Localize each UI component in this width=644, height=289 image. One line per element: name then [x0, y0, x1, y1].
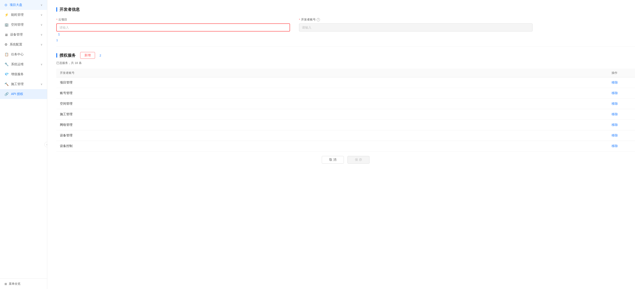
menu-overview-icon: ⊞ — [4, 282, 7, 286]
main-content: 开发者信息 * 云项目 1 * 开发者账号 ? 1 授权服务 — [47, 0, 644, 289]
table-row: 空间管理移除 — [56, 98, 635, 109]
sidebar-label-sysops: 系统运维 — [11, 62, 24, 66]
developer-info-form-row: * 云项目 1 * 开发者账号 ? — [56, 18, 635, 36]
developer-info-title-text: 开发者信息 — [60, 7, 80, 12]
service-action-cell: 移除 — [608, 130, 635, 141]
remove-service-button[interactable]: 移除 — [612, 123, 618, 127]
remove-service-button[interactable]: 移除 — [612, 80, 618, 85]
cloud-project-input[interactable] — [56, 24, 290, 32]
sidebar-item-energy[interactable]: ⚡ 能耗管理 ∨ — [0, 10, 47, 20]
service-name: 施工管理 — [56, 109, 608, 120]
sidebar-item-sysops[interactable]: 🔧 系统运维 ∨ — [0, 60, 47, 69]
service-action-cell: 移除 — [608, 88, 635, 98]
cloud-project-label: * 云项目 — [56, 18, 290, 22]
device-icon: 🖥 — [4, 33, 8, 37]
sidebar-label-energy: 能耗管理 — [11, 13, 24, 17]
service-action-cell: 移除 — [608, 98, 635, 109]
service-name: 设备管理 — [56, 130, 608, 141]
sidebar-item-device[interactable]: 🖥 设备管理 ∨ — [0, 30, 47, 40]
service-name: 账号管理 — [56, 88, 608, 98]
save-button[interactable]: 保 存 — [348, 156, 370, 164]
api-icon: 🔗 — [4, 92, 9, 96]
step2-label: 2 — [100, 54, 101, 57]
table-row: 项目管理移除 — [56, 78, 635, 88]
auth-service-header: 授权服务 新增 2 — [56, 52, 635, 59]
chevron-dashboard: ∨ — [40, 4, 42, 6]
sidebar: ⊙ 项目大盘 ∨ ⚡ 能耗管理 ∨ 🏢 空间管理 ∨ 🖥 设备管理 ∨ ⚙ 系统… — [0, 0, 47, 289]
chevron-energy: ∨ — [40, 13, 42, 16]
table-row: 施工管理移除 — [56, 109, 635, 120]
footer-buttons: 取 消 保 存 — [56, 152, 635, 170]
service-name: 项目管理 — [56, 78, 608, 88]
sidebar-item-construction[interactable]: 🔨 施工管理 ∨ — [0, 79, 47, 89]
sidebar-label-space: 空间管理 — [11, 23, 24, 27]
cloud-project-required-star: * — [56, 18, 58, 22]
collapse-sidebar-button[interactable]: « — [44, 142, 47, 147]
sidebar-label-device: 设备管理 — [10, 33, 23, 37]
developer-account-label: * 开发者账号 ? — [299, 18, 533, 22]
table-row: 网络管理移除 — [56, 120, 635, 130]
step1-label: 1 — [56, 38, 58, 42]
service-action-cell: 移除 — [608, 120, 635, 130]
table-row: 账号管理移除 — [56, 88, 635, 98]
valueadd-icon: 💎 — [4, 72, 9, 76]
menu-overview-label: 菜单全览 — [9, 282, 20, 286]
service-name: 设备控制 — [56, 141, 608, 152]
dashboard-icon: ⊙ — [4, 3, 8, 7]
chevron-sysconfig: ∨ — [40, 43, 42, 46]
add-service-button[interactable]: 新增 — [80, 52, 95, 59]
step-divider — [56, 46, 635, 46]
sidebar-label-valueadd: 增值服务 — [11, 72, 24, 76]
sidebar-item-dashboard[interactable]: ⊙ 项目大盘 ∨ — [0, 0, 47, 10]
auth-service-section-title: 授权服务 — [56, 53, 76, 58]
chevron-sysops: ∨ — [40, 63, 42, 66]
remove-service-button[interactable]: 移除 — [612, 134, 618, 138]
remove-service-button[interactable]: 移除 — [612, 102, 618, 106]
space-icon: 🏢 — [4, 23, 9, 27]
developer-info-section-title: 开发者信息 — [56, 7, 635, 12]
service-name: 网络管理 — [56, 120, 608, 130]
sidebar-item-api[interactable]: 🔗 API 授权 — [0, 89, 47, 99]
chevron-space: ∨ — [40, 23, 42, 26]
developer-account-field: * 开发者账号 ? — [299, 18, 533, 32]
auth-service-title-text: 授权服务 — [60, 53, 76, 58]
remove-service-button[interactable]: 移除 — [612, 91, 618, 95]
service-table: 开发者账号 操作 项目管理移除账号管理移除空间管理移除施工管理移除网络管理移除设… — [56, 69, 635, 152]
table-row: 设备控制移除 — [56, 141, 635, 152]
sidebar-item-task[interactable]: 📋 任务中心 — [0, 50, 47, 60]
service-name: 空间管理 — [56, 98, 608, 109]
dev-account-required-star: * — [299, 18, 300, 22]
sidebar-label-dashboard: 项目大盘 — [10, 3, 22, 7]
cancel-button[interactable]: 取 消 — [322, 156, 344, 164]
service-action-cell: 移除 — [608, 141, 635, 152]
developer-account-input[interactable] — [299, 24, 533, 32]
chevron-construction: ∨ — [40, 82, 42, 86]
energy-icon: ⚡ — [4, 13, 9, 17]
chevron-device: ∨ — [40, 33, 42, 36]
sidebar-label-api: API 授权 — [11, 92, 23, 96]
help-icon[interactable]: ? — [316, 18, 320, 22]
col-header-account: 开发者账号 — [56, 69, 608, 78]
sidebar-item-space[interactable]: 🏢 空间管理 ∨ — [0, 20, 47, 30]
remove-service-button[interactable]: 移除 — [612, 112, 618, 116]
cloud-project-field: * 云项目 1 — [56, 18, 290, 36]
developer-account-label-text: 开发者账号 — [301, 18, 316, 22]
sidebar-label-construction: 施工管理 — [11, 82, 24, 86]
service-action-cell: 移除 — [608, 109, 635, 120]
sysconfig-icon: ⚙ — [4, 42, 8, 46]
menu-overview-button[interactable]: ⊞ 菜单全览 — [0, 278, 47, 289]
cloud-project-label-text: 云项目 — [58, 18, 67, 22]
service-action-cell: 移除 — [608, 78, 635, 88]
col-header-action: 操作 — [608, 69, 635, 78]
table-row: 设备管理移除 — [56, 130, 635, 141]
sidebar-item-sysconfig[interactable]: ⚙ 系统配置 ∨ — [0, 40, 47, 50]
construction-icon: 🔨 — [4, 82, 9, 86]
step1-badge: 1 — [58, 32, 290, 36]
sidebar-item-valueadd[interactable]: 💎 增值服务 — [0, 69, 47, 79]
task-icon: 📋 — [4, 52, 9, 56]
service-count: 已选服务，共 18 条 — [56, 61, 635, 65]
sidebar-label-sysconfig: 系统配置 — [10, 42, 22, 46]
remove-service-button[interactable]: 移除 — [612, 144, 618, 148]
sidebar-label-task: 任务中心 — [11, 52, 24, 56]
sysops-icon: 🔧 — [4, 62, 9, 66]
